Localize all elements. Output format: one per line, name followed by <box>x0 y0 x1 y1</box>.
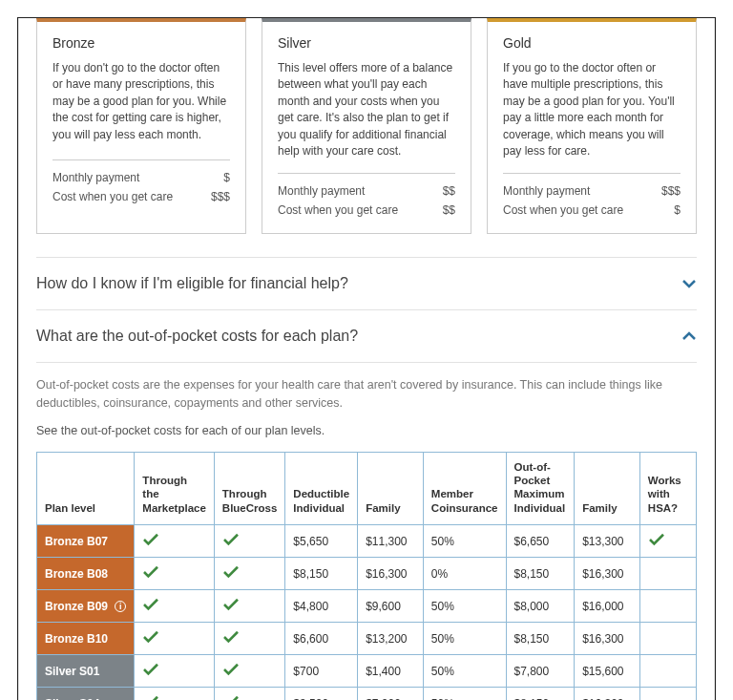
cell-plan-name: Bronze B07 <box>37 525 135 558</box>
cell-hsa <box>639 590 696 623</box>
cell-deductible-ind: $700 <box>285 655 358 688</box>
col-coinsurance: Member Coinsurance <box>423 452 506 525</box>
tier-monthly-label: Monthly payment <box>52 171 139 184</box>
col-hsa: Works with HSA? <box>639 452 696 525</box>
check-icon <box>648 536 665 549</box>
check-icon <box>222 633 240 647</box>
cell-plan-name: Bronze B09 i <box>37 590 135 623</box>
tier-card-silver: Silver This level offers more of a balan… <box>262 18 471 234</box>
cell-coinsurance: 50% <box>423 655 506 688</box>
check-icon <box>222 568 240 582</box>
check-icon <box>222 666 240 679</box>
tier-care-label: Cost when you get care <box>278 203 398 217</box>
tier-description: If you go to the doctor often or have mu… <box>503 60 681 159</box>
cell-marketplace <box>135 590 214 623</box>
cell-oop-fam: $16,300 <box>575 688 640 700</box>
cell-deductible-fam: $7,000 <box>358 688 424 700</box>
tier-monthly-label: Monthly payment <box>503 184 590 198</box>
check-icon <box>142 633 159 647</box>
cell-hsa <box>639 525 696 558</box>
col-deductible-fam: Family <box>358 452 424 525</box>
col-plan-level: Plan level <box>37 452 135 525</box>
cell-bluecross <box>214 688 285 700</box>
check-icon <box>142 666 159 679</box>
table-row: Silver S04 $3,500$7,00050%$8,150$16,300 <box>37 688 697 700</box>
tier-monthly-value: $$$ <box>661 184 681 198</box>
cell-hsa <box>639 623 696 655</box>
table-row: Silver S01 $700$1,40050%$7,800$15,600 <box>37 655 697 688</box>
cell-hsa <box>639 558 696 590</box>
cell-marketplace <box>135 655 214 688</box>
cell-bluecross <box>214 655 285 688</box>
cell-deductible-fam: $11,300 <box>358 525 424 558</box>
tier-title: Bronze <box>52 35 230 51</box>
cell-plan-name: Bronze B08 <box>37 558 135 590</box>
cell-marketplace <box>135 688 214 700</box>
plans-table: Plan level Through the Marketplace Throu… <box>36 452 697 700</box>
chevron-down-icon <box>681 276 697 291</box>
cell-plan-name: Silver S04 <box>37 688 135 700</box>
tier-monthly-row: Monthly payment $$$ <box>503 181 681 201</box>
cell-plan-name: Bronze B10 <box>37 623 135 655</box>
tier-monthly-row: Monthly payment $ <box>52 168 230 187</box>
tier-description: This level offers more of a balance betw… <box>278 60 455 159</box>
cell-deductible-ind: $8,150 <box>285 558 358 590</box>
tier-care-value: $ <box>674 203 681 217</box>
tier-care-row: Cost when you get care $$ <box>278 201 455 220</box>
info-icon[interactable]: i <box>115 601 126 612</box>
cell-oop-fam: $16,000 <box>575 590 640 623</box>
cell-coinsurance: 0% <box>423 558 506 590</box>
cell-bluecross <box>214 623 285 655</box>
check-icon <box>142 536 159 549</box>
col-bluecross: Through BlueCross <box>214 452 285 525</box>
tier-card-gold: Gold If you go to the doctor often or ha… <box>487 18 697 234</box>
tier-care-label: Cost when you get care <box>503 203 623 217</box>
cell-bluecross <box>214 558 285 590</box>
cell-deductible-ind: $3,500 <box>285 688 358 700</box>
tier-card-bronze: Bronze If you don't go to the doctor oft… <box>36 18 246 234</box>
tier-care-value: $$ <box>443 203 455 217</box>
tier-monthly-value: $$ <box>443 184 455 198</box>
table-row: Bronze B08 $8,150$16,3000%$8,150$16,300 <box>37 558 697 590</box>
cell-bluecross <box>214 590 285 623</box>
cell-oop-fam: $15,600 <box>575 655 640 688</box>
cell-oop-ind: $8,150 <box>506 688 575 700</box>
cell-oop-fam: $13,300 <box>575 525 640 558</box>
cell-oop-ind: $6,650 <box>506 525 575 558</box>
cell-bluecross <box>214 525 285 558</box>
tier-monthly-label: Monthly payment <box>278 184 365 198</box>
tier-title: Gold <box>503 35 681 51</box>
cell-marketplace <box>135 558 214 590</box>
cell-oop-ind: $7,800 <box>506 655 575 688</box>
table-row: Bronze B10 $6,600$13,20050%$8,150$16,300 <box>37 623 697 655</box>
oop-intro-text: Out-of-pocket costs are the expenses for… <box>36 376 697 413</box>
check-icon <box>222 536 240 549</box>
col-deductible-ind: Deductible Individual <box>285 452 358 525</box>
cell-coinsurance: 50% <box>423 525 506 558</box>
tier-description: If you don't go to the doctor often or h… <box>52 60 230 146</box>
check-icon <box>142 601 159 614</box>
accordion-title: How do I know if I'm eligible for financ… <box>36 275 348 292</box>
check-icon <box>142 568 159 582</box>
tier-care-label: Cost when you get care <box>52 190 173 203</box>
cell-deductible-ind: $5,650 <box>285 525 358 558</box>
divider <box>503 173 681 174</box>
cell-deductible-fam: $9,600 <box>358 590 424 623</box>
tier-cards: Bronze If you don't go to the doctor oft… <box>36 18 697 234</box>
cell-oop-ind: $8,000 <box>506 590 575 623</box>
cell-oop-fam: $16,300 <box>575 558 640 590</box>
cell-marketplace <box>135 525 214 558</box>
accordion-eligibility[interactable]: How do I know if I'm eligible for financ… <box>36 257 697 310</box>
tier-care-row: Cost when you get care $ <box>503 201 681 220</box>
tier-monthly-value: $ <box>223 171 230 184</box>
accordion-body: Out-of-pocket costs are the expenses for… <box>36 363 697 700</box>
cell-deductible-fam: $13,200 <box>358 623 424 655</box>
tier-care-value: $$$ <box>211 190 230 203</box>
table-row: Bronze B07 $5,650$11,30050%$6,650$13,300 <box>37 525 697 558</box>
col-oop-ind: Out-of-Pocket Maximum Individual <box>506 452 575 525</box>
col-oop-fam: Family <box>575 452 640 525</box>
cell-oop-fam: $16,300 <box>575 623 640 655</box>
accordion-title: What are the out-of-pocket costs for eac… <box>36 328 358 345</box>
accordion-oop-costs[interactable]: What are the out-of-pocket costs for eac… <box>36 310 697 363</box>
cell-deductible-fam: $1,400 <box>358 655 424 688</box>
